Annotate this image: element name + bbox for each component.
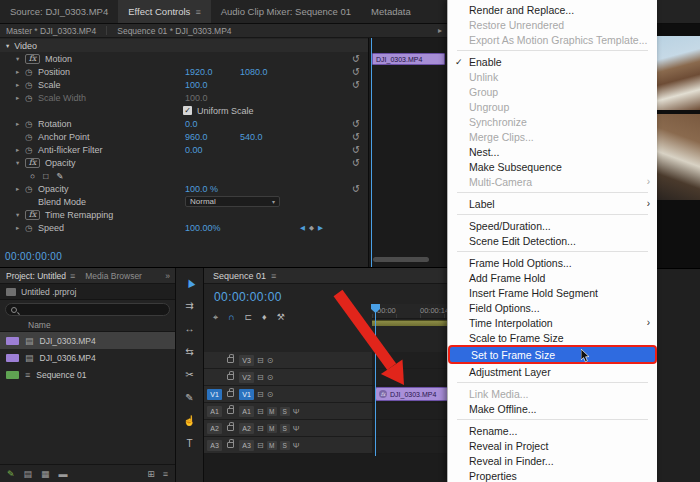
pen-tool[interactable]: ✎ (185, 392, 193, 404)
list-header[interactable]: Name (0, 319, 175, 332)
insert-point-icon[interactable]: ⌖ (213, 312, 218, 323)
chevron-down-icon[interactable]: ▾ (16, 211, 25, 219)
slip-tool[interactable]: ⇆ (185, 346, 193, 358)
voiceover-mic-icon[interactable]: Ψ (293, 441, 300, 450)
new-item-icon[interactable]: ⊞ (147, 469, 155, 479)
menu-item-reveal-in-finder[interactable]: Reveal in Finder... (448, 453, 657, 468)
reset-icon[interactable]: ↺ (352, 183, 360, 194)
antiflicker-value[interactable]: 0.00 (185, 145, 203, 155)
menu-item-make-offline[interactable]: Make Offline... (448, 401, 657, 416)
solo-button[interactable]: S (280, 441, 290, 450)
sync-lock-icon[interactable]: ⊟ (257, 424, 264, 433)
menu-item-label[interactable]: Label› (448, 196, 657, 211)
sequence-clip-tab[interactable]: Sequence 01 * DJI_0303.MP4 (117, 26, 231, 36)
label-color-chip[interactable] (6, 354, 19, 362)
source-patch-a1[interactable]: A1 (207, 406, 222, 417)
panel-scroll-arrow-icon[interactable]: ▸ (438, 26, 442, 35)
chevron-down-icon[interactable]: ▾ (16, 55, 25, 63)
linked-selection-icon[interactable]: ⊏ (245, 312, 253, 323)
rotation-value[interactable]: 0.0 (185, 119, 198, 129)
tab-media-browser[interactable]: Media Browser (85, 271, 142, 281)
tab-sequence-01[interactable]: Sequence 01 (213, 271, 266, 281)
panel-menu-icon[interactable]: ≡ (271, 271, 276, 281)
razor-tool[interactable]: ✂ (185, 369, 193, 381)
sync-lock-icon[interactable]: ⊟ (257, 390, 264, 399)
selection-tool[interactable]: ▶ (182, 277, 196, 289)
stopwatch-icon[interactable]: ◷ (25, 119, 38, 129)
track-visibility-icon[interactable]: ⊙ (267, 390, 274, 399)
stopwatch-icon[interactable]: ◷ (25, 80, 38, 90)
playhead[interactable] (375, 304, 376, 456)
lock-icon[interactable] (227, 425, 234, 431)
effect-controls-timecode[interactable]: 00:00:00:00 (5, 251, 62, 262)
menu-item-time-interpolation[interactable]: Time Interpolation› (448, 315, 657, 330)
search-input[interactable] (22, 305, 164, 314)
label-color-chip[interactable] (6, 337, 19, 345)
reset-effect-icon[interactable]: ↺ (352, 53, 360, 64)
lock-icon[interactable] (227, 408, 234, 414)
panel-menu-icon[interactable]: ≡ (70, 271, 75, 281)
source-patch[interactable] (207, 372, 222, 383)
menu-item-scale-to-frame-size[interactable]: Scale to Frame Size (448, 330, 657, 345)
ripple-edit-tool[interactable]: ↔ (185, 323, 195, 335)
mute-button[interactable]: M (267, 441, 277, 450)
chevron-down-icon[interactable]: ▾ (16, 159, 25, 167)
track-visibility-icon[interactable]: ⊙ (267, 373, 274, 382)
menu-item-adjustment-layer[interactable]: Adjustment Layer (448, 364, 657, 379)
panel-menu-icon[interactable]: ≡ (163, 469, 168, 479)
menu-item-make-subsequence[interactable]: Make Subsequence (448, 159, 657, 174)
blend-mode-dropdown[interactable]: Normal ▾ (185, 196, 280, 207)
hand-tool[interactable]: ☝ (183, 415, 195, 427)
chevron-right-icon[interactable]: ▸ (16, 68, 25, 76)
scale-value[interactable]: 100.0 (185, 80, 208, 90)
track-name-v2[interactable]: V2 (239, 372, 254, 383)
pen-mask-icon[interactable]: ✎ (56, 171, 63, 181)
stopwatch-icon[interactable]: ◷ (25, 184, 38, 194)
anchor-y-value[interactable]: 540.0 (240, 132, 263, 142)
voiceover-mic-icon[interactable]: Ψ (293, 407, 300, 416)
edit-icon[interactable]: ✎ (7, 469, 15, 479)
menu-item-rename[interactable]: Rename... (448, 423, 657, 438)
project-file-row[interactable]: Untitled .prproj (0, 284, 175, 300)
track-name-a1[interactable]: A1 (239, 406, 254, 417)
menu-item-reveal-in-project[interactable]: Reveal in Project (448, 438, 657, 453)
master-clip-tab[interactable]: Master * DJI_0303.MP4 (6, 26, 96, 36)
reset-icon[interactable]: ↺ (352, 131, 360, 142)
menu-item-set-to-frame-size[interactable]: Set to Frame Size (448, 345, 657, 364)
type-tool[interactable]: T (186, 438, 192, 450)
track-name-a3[interactable]: A3 (239, 440, 254, 451)
tab-metadata[interactable]: Metadata (361, 0, 421, 23)
video-section-header[interactable]: ▾ Video (0, 39, 368, 52)
tab-audio-clip-mixer[interactable]: Audio Clip Mixer: Sequence 01 (211, 0, 361, 23)
timeline-timecode[interactable]: 00:00:00:00 (214, 290, 282, 304)
tab-source-monitor[interactable]: Source: DJI_0303.MP4 (0, 0, 118, 23)
add-keyframe-icon[interactable]: ◆ (309, 224, 314, 232)
menu-item-nest[interactable]: Nest... (448, 144, 657, 159)
chevron-right-icon[interactable]: ▸ (16, 81, 25, 89)
zoom-slider-icon[interactable]: ▬ (59, 469, 68, 479)
track-visibility-icon[interactable]: ⊙ (267, 356, 274, 365)
reset-effect-icon[interactable]: ↺ (352, 157, 360, 168)
menu-item-add-frame-hold[interactable]: Add Frame Hold (448, 270, 657, 285)
position-x-value[interactable]: 1920.0 (185, 67, 213, 77)
lock-icon[interactable] (227, 374, 234, 380)
sync-lock-icon[interactable]: ⊟ (257, 441, 264, 450)
project-item-dji-0306[interactable]: ▤ DJI_0306.MP4 (0, 349, 175, 366)
anchor-x-value[interactable]: 960.0 (185, 132, 208, 142)
fx-badge-icon[interactable]: fx (25, 54, 40, 64)
track-name-v1[interactable]: V1 (239, 389, 254, 400)
rectangle-mask-icon[interactable]: □ (43, 171, 48, 181)
panel-menu-icon[interactable]: ≡ (195, 7, 200, 17)
chevron-right-icon[interactable]: ▸ (16, 146, 25, 154)
project-search-box[interactable] (5, 303, 170, 316)
source-patch-a2[interactable]: A2 (207, 423, 222, 434)
lock-icon[interactable] (227, 357, 234, 363)
reset-icon[interactable]: ↺ (352, 66, 360, 77)
position-y-value[interactable]: 1080.0 (240, 67, 268, 77)
next-keyframe-icon[interactable]: ▶ (318, 224, 323, 232)
mini-timeline-clip[interactable]: DJI_0303.MP4 (372, 53, 445, 65)
add-marker-icon[interactable]: ♦ (262, 312, 267, 323)
lock-icon[interactable] (227, 442, 234, 448)
chevron-right-icon[interactable]: ▸ (16, 224, 25, 232)
ellipse-mask-icon[interactable]: ○ (30, 171, 35, 181)
